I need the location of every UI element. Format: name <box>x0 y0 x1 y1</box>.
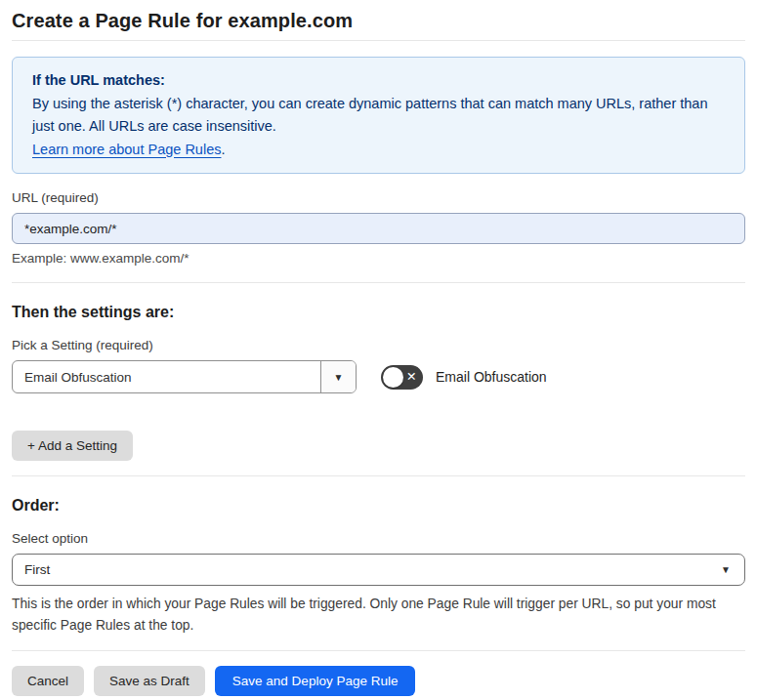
url-matches-info-box: If the URL matches: By using the asteris… <box>12 57 745 174</box>
info-box-link-line: Learn more about Page Rules. <box>32 139 725 162</box>
setting-select[interactable]: Email Obfuscation ▼ <box>12 360 357 393</box>
cancel-button[interactable]: Cancel <box>12 666 84 696</box>
page-title: Create a Page Rule for example.com <box>12 10 745 41</box>
section-divider <box>12 282 745 283</box>
toggle-label: Email Obfuscation <box>436 369 547 385</box>
order-select-label: Select option <box>12 531 745 546</box>
info-box-body: By using the asterisk (*) character, you… <box>32 93 725 139</box>
url-example-helper: Example: www.example.com/* <box>12 251 745 266</box>
setting-select-arrow-button[interactable]: ▼ <box>320 361 356 392</box>
info-box-heading: If the URL matches: <box>32 69 725 93</box>
url-input[interactable] <box>12 213 745 244</box>
link-period: . <box>221 142 225 157</box>
toggle-off-x-icon: ✕ <box>406 371 416 384</box>
add-setting-button[interactable]: + Add a Setting <box>12 431 133 461</box>
learn-more-link[interactable]: Learn more about Page Rules <box>32 142 221 157</box>
order-helper-text: This is the order in which your Page Rul… <box>12 594 745 637</box>
footer-actions: Cancel Save as Draft Save and Deploy Pag… <box>12 666 745 696</box>
email-obfuscation-toggle[interactable]: ✕ <box>381 365 423 390</box>
pick-setting-label: Pick a Setting (required) <box>12 338 745 352</box>
setting-picker-row: Email Obfuscation ▼ ✕ Email Obfuscation <box>12 360 745 393</box>
order-select[interactable]: First ▼ <box>12 554 745 586</box>
save-as-draft-button[interactable]: Save as Draft <box>94 666 205 696</box>
chevron-down-icon: ▼ <box>721 564 731 575</box>
save-and-deploy-button[interactable]: Save and Deploy Page Rule <box>215 666 416 696</box>
order-section-heading: Order: <box>12 497 745 515</box>
section-divider <box>12 475 745 476</box>
settings-section-heading: Then the settings are: <box>12 304 745 321</box>
footer-divider <box>12 650 745 651</box>
toggle-knob <box>383 367 403 388</box>
chevron-down-icon: ▼ <box>334 372 344 383</box>
url-field-label: URL (required) <box>12 190 745 205</box>
setting-select-value: Email Obfuscation <box>13 361 320 392</box>
order-select-value: First <box>24 562 721 577</box>
